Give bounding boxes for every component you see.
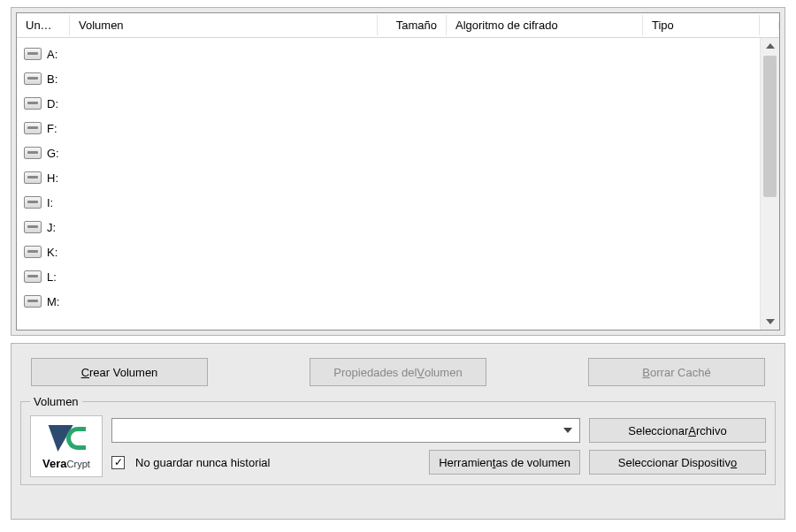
col-scroll-spacer xyxy=(760,22,779,29)
props-ul: V xyxy=(417,366,425,379)
drive-icon xyxy=(24,122,42,134)
veracrypt-logo-text: VeraCrypt xyxy=(42,457,90,470)
chevron-down-icon xyxy=(563,428,572,433)
drive-rows: A:B:D:F:G:H:I:J:K:L:M: xyxy=(17,38,760,330)
drive-icon xyxy=(24,72,42,85)
drive-list: Un… Volumen Tamaño Algoritmo de cifrado … xyxy=(16,12,780,331)
drive-icon xyxy=(24,97,42,110)
drive-list-body: A:B:D:F:G:H:I:J:K:L:M: xyxy=(17,38,779,330)
volume-tools-button[interactable]: Herramientas de volumen xyxy=(429,450,580,475)
drive-icon xyxy=(24,196,42,209)
col-volume[interactable]: Volumen xyxy=(70,15,378,35)
props-post: olumen xyxy=(425,366,463,379)
drive-icon xyxy=(24,246,42,258)
create-volume-button[interactable]: Crear Volumen xyxy=(31,358,208,386)
create-ul: C xyxy=(81,366,89,379)
volume-properties-button[interactable]: Propiedades del Volumen xyxy=(310,358,486,386)
veracrypt-logo-icon xyxy=(47,423,86,455)
drive-row[interactable]: B: xyxy=(17,66,760,91)
scrollbar[interactable] xyxy=(760,38,779,330)
drive-row[interactable]: D: xyxy=(17,91,760,116)
drive-row[interactable]: M: xyxy=(17,289,760,314)
lower-panel: Crear Volumen Propiedades del Volumen Bo… xyxy=(11,343,785,520)
scroll-thumb[interactable] xyxy=(763,56,777,197)
drive-letter: F: xyxy=(47,122,57,135)
drive-letter: A: xyxy=(47,48,57,61)
select-device-button[interactable]: Seleccionar Dispositivo xyxy=(589,450,766,475)
drive-row[interactable]: H: xyxy=(17,165,760,190)
vt-pre: Herramien xyxy=(439,456,493,469)
drive-icon xyxy=(24,270,42,283)
drive-row[interactable]: A: xyxy=(17,42,760,66)
col-size[interactable]: Tamaño xyxy=(378,15,447,35)
drive-row[interactable]: F: xyxy=(17,116,760,141)
drive-icon xyxy=(24,147,42,159)
drive-list-header: Un… Volumen Tamaño Algoritmo de cifrado … xyxy=(17,13,779,38)
main-button-row: Crear Volumen Propiedades del Volumen Bo… xyxy=(31,358,765,386)
select-file-button[interactable]: Seleccionar Archivo xyxy=(589,418,766,443)
drive-letter: B: xyxy=(47,72,57,86)
drive-letter: L: xyxy=(47,270,57,284)
vt-post: as de volumen xyxy=(495,456,570,469)
never-save-history-checkbox[interactable] xyxy=(111,456,125,469)
sd-ul: o xyxy=(731,456,737,469)
volume-row: VeraCrypt Seleccionar Archivo No guardar… xyxy=(30,415,766,477)
volume-group-label: Volumen xyxy=(30,395,82,408)
volume-path-combo[interactable] xyxy=(111,418,580,443)
drive-row[interactable]: J: xyxy=(17,215,760,239)
drive-letter: G: xyxy=(47,147,59,160)
drive-letter: I: xyxy=(47,196,53,209)
volume-group: Volumen VeraCrypt Seleccionar Archivo xyxy=(20,395,776,485)
create-post: rear Volumen xyxy=(89,366,157,379)
volume-line-2: No guardar nunca historial Herramientas … xyxy=(111,450,766,475)
scroll-up-icon[interactable] xyxy=(766,43,775,49)
wipe-ul: B xyxy=(642,366,650,379)
props-pre: Propiedades del xyxy=(333,366,417,379)
drive-row[interactable]: K: xyxy=(17,239,760,264)
wipe-cache-button[interactable]: Borrar Caché xyxy=(588,358,765,386)
never-save-history-label: No guardar nunca historial xyxy=(135,456,270,469)
drive-letter: J: xyxy=(47,221,56,234)
scroll-down-icon[interactable] xyxy=(766,319,775,324)
drive-row[interactable]: L: xyxy=(17,264,760,289)
drive-letter: D: xyxy=(47,97,58,110)
veracrypt-logo: VeraCrypt xyxy=(30,415,103,477)
volume-right-col: Seleccionar Archivo No guardar nunca his… xyxy=(111,418,766,475)
drive-letter: K: xyxy=(47,246,57,259)
col-type[interactable]: Tipo xyxy=(643,15,760,35)
drive-list-panel: Un… Volumen Tamaño Algoritmo de cifrado … xyxy=(11,7,785,336)
drive-icon xyxy=(24,221,42,233)
sd-pre: Seleccionar Dispositiv xyxy=(618,456,731,469)
volume-line-1: Seleccionar Archivo xyxy=(111,418,766,443)
drive-row[interactable]: G: xyxy=(17,141,760,165)
drive-icon xyxy=(24,48,42,60)
drive-row[interactable]: I: xyxy=(17,190,760,215)
sf-ul: A xyxy=(688,424,696,437)
wipe-post: orrar Caché xyxy=(650,366,711,379)
drive-letter: M: xyxy=(47,295,59,308)
drive-icon xyxy=(24,295,42,308)
col-drive[interactable]: Un… xyxy=(17,15,70,35)
col-algorithm[interactable]: Algoritmo de cifrado xyxy=(447,15,643,35)
sf-post: rchivo xyxy=(696,424,727,437)
drive-letter: H: xyxy=(47,171,58,185)
drive-icon xyxy=(24,171,42,184)
sf-pre: Seleccionar xyxy=(628,424,688,437)
